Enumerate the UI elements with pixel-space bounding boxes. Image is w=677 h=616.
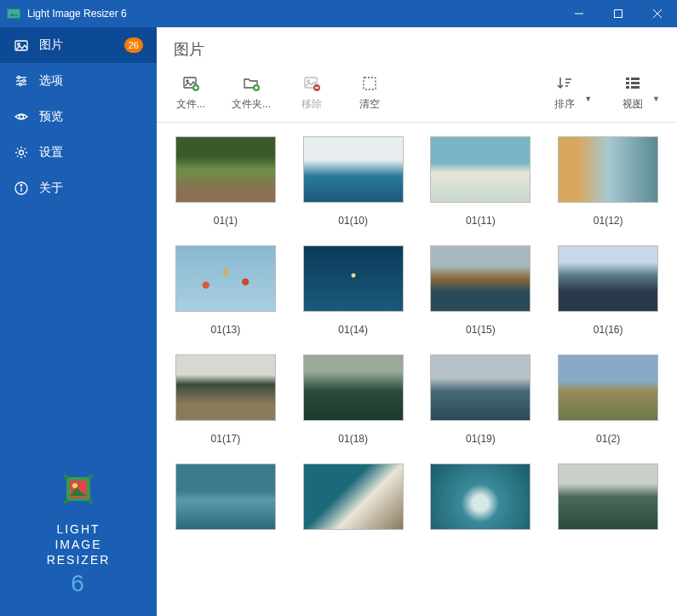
images-icon [14,37,29,53]
app-title: Light Image Resizer 6 [27,8,559,20]
svg-rect-41 [626,82,629,84]
thumbnail-image [430,463,531,530]
gear-icon [14,145,29,160]
thumbnail-item[interactable]: 01(19) [421,354,542,455]
svg-point-32 [307,80,309,82]
info-icon [14,181,29,196]
thumbnail-item[interactable]: 01(18) [293,354,414,455]
thumbnail-label: 01(18) [338,428,368,455]
maximize-button[interactable] [599,0,638,27]
sidebar-item-settings[interactable]: 设置 [0,135,157,170]
chevron-down-icon: ▼ [652,95,660,103]
thumbnail-image [558,354,658,421]
badge-count: 26 [124,37,143,53]
thumbnail-scroll-area[interactable]: 01(1)01(10)01(11)01(12)01(13)01(14)01(15… [157,123,677,616]
thumbnail-item[interactable]: 01(13) [165,245,286,346]
thumbnail-item[interactable]: 01(16) [548,245,668,346]
add-folder-button[interactable]: 文件夹... [232,73,271,112]
thumbnail-image [430,136,531,203]
eye-icon [14,109,29,124]
thumbnail-label: 01(17) [211,428,241,455]
svg-rect-40 [626,78,629,80]
folder-add-icon [241,73,261,94]
thumbnail-image [303,463,404,530]
thumbnail-item[interactable]: 01(2) [548,354,668,455]
svg-rect-45 [631,86,640,89]
thumbnail-item[interactable]: 01(17) [165,354,286,455]
thumbnail-image [558,245,658,312]
sidebar-item-about[interactable]: 关于 [0,170,157,206]
thumbnail-item[interactable] [165,463,286,530]
thumbnail-label: 01(12) [594,210,623,237]
sidebar-item-options[interactable]: 选项 [0,63,157,99]
thumbnail-image [175,354,276,421]
minimize-button[interactable] [559,0,599,27]
sidebar: 图片 26 选项 预览 设置 关于 LIGHT IMAGE RESIZER [0,27,157,616]
thumbnail-item[interactable] [548,463,668,530]
thumbnail-image [303,136,404,203]
close-button[interactable] [638,0,677,27]
thumbnail-label: 01(19) [466,428,496,455]
view-icon [622,73,643,94]
svg-point-14 [20,115,24,119]
thumbnail-label: 01(15) [466,319,496,346]
thumbnail-image [175,136,276,203]
thumbnail-image [430,354,531,421]
clear-button[interactable]: 清空 [353,73,387,112]
sidebar-item-preview[interactable]: 预览 [0,99,157,135]
svg-point-15 [20,151,24,155]
sidebar-item-label: 图片 [39,37,63,53]
sliders-icon [14,73,29,89]
thumbnail-label: 01(2) [596,428,620,455]
thumbnail-image [430,245,531,312]
image-remove-icon [301,73,322,94]
clear-icon [359,73,380,94]
remove-button[interactable]: 移除 [295,73,329,112]
thumbnail-image [175,245,276,312]
app-icon [7,7,20,20]
svg-point-11 [18,77,20,79]
thumbnail-image [303,245,404,312]
svg-rect-44 [631,82,640,84]
svg-point-18 [20,185,22,187]
svg-point-24 [186,80,188,82]
thumbnail-item[interactable]: 01(14) [293,245,414,346]
sidebar-item-images[interactable]: 图片 26 [0,27,157,63]
thumbnail-item[interactable]: 01(10) [293,136,414,237]
svg-rect-43 [631,78,640,80]
view-dropdown[interactable]: 视图 ▼ [616,73,660,112]
sidebar-item-label: 关于 [39,181,63,196]
svg-rect-3 [615,10,622,18]
page-title: 图片 [157,27,677,68]
thumbnail-image [558,136,658,203]
thumbnail-item[interactable]: 01(15) [421,245,542,346]
thumbnail-image [558,463,658,530]
footer-logo-icon [55,465,102,513]
add-files-button[interactable]: 文件... [174,73,208,112]
svg-point-21 [72,483,77,488]
thumbnail-item[interactable] [421,463,542,530]
sort-dropdown[interactable]: 排序 ▼ [548,73,592,112]
svg-point-13 [20,83,22,86]
svg-rect-42 [626,86,629,89]
thumbnail-image [175,463,276,530]
thumbnail-label: 01(16) [594,319,623,346]
titlebar[interactable]: Light Image Resizer 6 [0,0,677,27]
toolbar: 文件... 文件夹... 移除 清空 排序 ▼ [157,68,677,123]
sidebar-footer: LIGHT IMAGE RESIZER 6 [0,448,157,616]
thumbnail-item[interactable] [293,463,414,530]
svg-point-12 [23,80,26,83]
thumbnail-item[interactable]: 01(12) [548,136,668,237]
sidebar-item-label: 设置 [39,145,63,160]
sidebar-item-label: 预览 [39,109,63,124]
thumbnail-label: 01(10) [338,210,368,237]
footer-brand: LIGHT IMAGE RESIZER 6 [17,521,140,599]
svg-rect-35 [364,78,376,89]
chevron-down-icon: ▼ [584,95,592,103]
file-add-icon [181,73,201,94]
svg-rect-0 [8,9,20,18]
thumbnail-item[interactable]: 01(1) [165,136,286,237]
svg-point-7 [18,43,20,46]
thumbnail-item[interactable]: 01(11) [421,136,542,237]
thumbnail-label: 01(11) [466,210,496,237]
